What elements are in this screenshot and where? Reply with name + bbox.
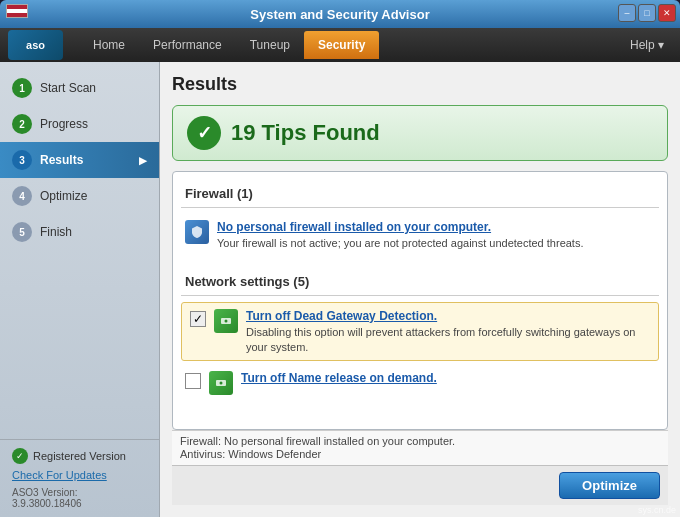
tip-item-firewall: No personal firewall installed on your c…: [181, 214, 659, 256]
step-1-circle: 1: [12, 78, 32, 98]
results-banner: ✓ 19 Tips Found: [172, 105, 668, 161]
window-controls: – □ ✕: [618, 4, 676, 22]
sidebar-item-optimize[interactable]: 4 Optimize: [0, 178, 159, 214]
main-layout: 1 Start Scan 2 Progress 3 Results ▶ 4 Op…: [0, 62, 680, 517]
step-1-label: Start Scan: [40, 81, 96, 95]
nav-performance[interactable]: Performance: [139, 32, 236, 58]
step-2-circle: 2: [12, 114, 32, 134]
status-bar: Firewall: No personal firewall installed…: [172, 430, 668, 465]
check-updates-link[interactable]: Check For Updates: [12, 469, 147, 481]
svg-point-3: [220, 381, 223, 384]
window-title: System and Security Advisor: [250, 7, 429, 22]
close-button[interactable]: ✕: [658, 4, 676, 22]
name-release-text: Turn off Name release on demand.: [241, 371, 655, 385]
step-2-label: Progress: [40, 117, 88, 131]
firewall-tip-title[interactable]: No personal firewall installed on your c…: [217, 220, 655, 234]
tips-panel: Firewall (1) No personal firewall instal…: [172, 171, 668, 430]
name-release-checkbox[interactable]: [185, 373, 201, 389]
dead-gateway-checkbox[interactable]: ✓: [190, 311, 206, 327]
step-5-label: Finish: [40, 225, 72, 239]
sidebar: 1 Start Scan 2 Progress 3 Results ▶ 4 Op…: [0, 62, 160, 517]
dead-gateway-title[interactable]: Turn off Dead Gateway Detection.: [246, 309, 650, 323]
firewall-section-header: Firewall (1): [181, 180, 659, 208]
flag-icon: [6, 4, 28, 18]
firewall-tip-icon: [185, 220, 209, 244]
sidebar-item-start-scan[interactable]: 1 Start Scan: [0, 70, 159, 106]
title-bar: System and Security Advisor – □ ✕: [0, 0, 680, 28]
toolbar: aso Home Performance Tuneup Security Hel…: [0, 28, 680, 62]
network-section-header: Network settings (5): [181, 268, 659, 296]
results-count: 19 Tips Found: [231, 120, 380, 146]
status-line-2: Antivirus: Windows Defender: [180, 448, 660, 460]
dead-gateway-desc: Disabling this option will prevent attac…: [246, 325, 650, 354]
minimize-button[interactable]: –: [618, 4, 636, 22]
step-3-circle: 3: [12, 150, 32, 170]
firewall-tip-desc: Your firewall is not active; you are not…: [217, 236, 655, 250]
registered-row: ✓ Registered Version: [12, 448, 147, 464]
step-4-label: Optimize: [40, 189, 87, 203]
step-5-circle: 5: [12, 222, 32, 242]
name-release-icon: [209, 371, 233, 395]
help-menu[interactable]: Help ▾: [622, 32, 672, 58]
svg-point-1: [225, 320, 228, 323]
firewall-tip-text: No personal firewall installed on your c…: [217, 220, 655, 250]
registered-label: Registered Version: [33, 450, 126, 462]
content-area: Results ✓ 19 Tips Found Firewall (1) No: [160, 62, 680, 517]
dead-gateway-text: Turn off Dead Gateway Detection. Disabli…: [246, 309, 650, 354]
action-bar: Optimize: [172, 465, 668, 505]
tip-item-name-release: Turn off Name release on demand.: [181, 365, 659, 401]
sidebar-item-progress[interactable]: 2 Progress: [0, 106, 159, 142]
nav-home[interactable]: Home: [79, 32, 139, 58]
name-release-title[interactable]: Turn off Name release on demand.: [241, 371, 655, 385]
dead-gateway-icon: [214, 309, 238, 333]
tips-scroll-area[interactable]: Firewall (1) No personal firewall instal…: [173, 172, 667, 429]
page-title: Results: [172, 74, 668, 95]
success-check-icon: ✓: [187, 116, 221, 150]
sidebar-arrow: ▶: [139, 155, 147, 166]
nav-security[interactable]: Security: [304, 31, 379, 59]
maximize-button[interactable]: □: [638, 4, 656, 22]
sidebar-footer: ✓ Registered Version Check For Updates A…: [0, 439, 159, 517]
sidebar-item-results[interactable]: 3 Results ▶: [0, 142, 159, 178]
version-label: ASO3 Version: 3.9.3800.18406: [12, 487, 147, 509]
app-logo[interactable]: aso: [8, 30, 63, 60]
watermark: sys.cn.de: [638, 505, 676, 515]
optimize-button[interactable]: Optimize: [559, 472, 660, 499]
tip-item-dead-gateway: ✓ Turn off Dead Gateway Detection. Disab…: [181, 302, 659, 361]
step-3-label: Results: [40, 153, 83, 167]
registered-check-icon: ✓: [12, 448, 28, 464]
sidebar-item-finish[interactable]: 5 Finish: [0, 214, 159, 250]
status-line-1: Firewall: No personal firewall installed…: [180, 435, 660, 447]
step-4-circle: 4: [12, 186, 32, 206]
nav-tuneup[interactable]: Tuneup: [236, 32, 304, 58]
